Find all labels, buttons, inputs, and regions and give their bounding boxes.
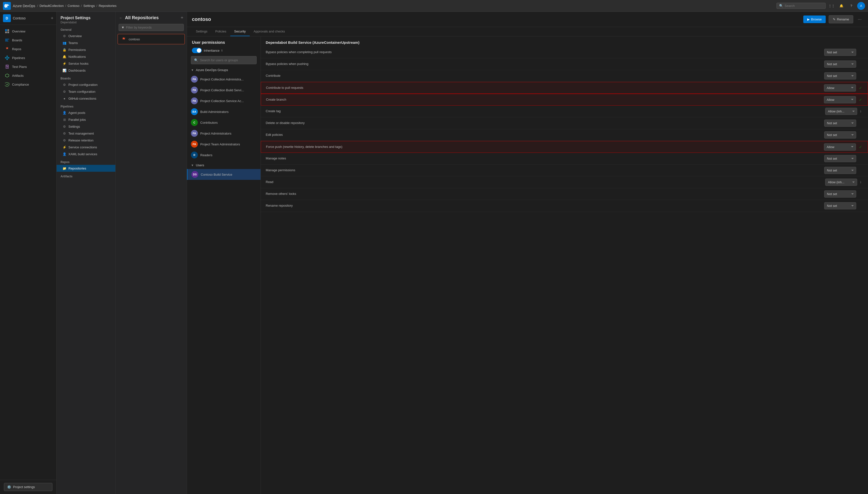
group-item-pa[interactable]: PA Project Administrators: [187, 128, 261, 139]
perm-select-read[interactable]: Allow (inh...Not setAllowDeny: [825, 178, 857, 186]
svg-point-8: [7, 56, 7, 57]
perm-check-delete-repo: [858, 121, 863, 126]
perm-select-force-push[interactable]: AllowNot setDeny: [824, 144, 856, 151]
sidebar-item-dashboards[interactable]: 📊 Dashboards: [57, 67, 115, 74]
more-options-button[interactable]: ⋯: [856, 16, 863, 23]
nav-item-boards[interactable]: Boards: [0, 36, 56, 44]
section-label-repos: Repos: [57, 157, 115, 165]
nav-item-compliance[interactable]: Compliance: [0, 80, 56, 89]
sidebar-item-parallel-jobs[interactable]: ⊞ Parallel jobs: [57, 116, 115, 123]
group-item-contributors[interactable]: C Contributors: [187, 117, 261, 128]
search-users-icon: 🔍: [194, 58, 198, 62]
breadcrumb-project[interactable]: Contoso: [67, 4, 79, 7]
add-repo-button[interactable]: +: [180, 15, 183, 20]
pa-name: Project Administrators: [200, 132, 257, 135]
search-users-input[interactable]: [200, 58, 253, 62]
azure-devops-groups-header[interactable]: ▼ Azure DevOps Groups: [187, 66, 261, 74]
org-name[interactable]: Contoso: [13, 16, 49, 20]
sidebar-item-release-retention[interactable]: ⚙ Release retention: [57, 137, 115, 144]
filter-text-input[interactable]: [126, 25, 181, 29]
group-item-pta[interactable]: PA Project Team Administrators: [187, 139, 261, 150]
group-item-pca[interactable]: PA Project Collection Administra...: [187, 74, 261, 84]
repo-title: contoso: [192, 17, 801, 22]
team-config-icon: ⚙: [62, 90, 66, 94]
sidebar-item-service-hooks[interactable]: ⚡ Service hooks: [57, 60, 115, 67]
group-item-pcbs[interactable]: PA Project Collection Build Servi...: [187, 84, 261, 95]
azure-devops-logo[interactable]: [3, 2, 11, 10]
breadcrumb-collection[interactable]: DefaultCollection: [40, 4, 64, 7]
project-config-icon: ⚙: [62, 83, 66, 87]
nav-item-overview[interactable]: Overview: [0, 27, 56, 36]
group-item-pcsa[interactable]: PA Project Collection Service Ac...: [187, 95, 261, 106]
breadcrumb-repositories[interactable]: Repositories: [99, 4, 116, 7]
nav-item-artifacts[interactable]: Artifacts: [0, 71, 56, 80]
sidebar-item-test-management[interactable]: ⚙ Test management: [57, 130, 115, 137]
browse-button[interactable]: ▶ Browse: [803, 16, 826, 23]
group-item-ba[interactable]: BA Build Administrators: [187, 106, 261, 117]
tab-settings[interactable]: Settings: [192, 27, 211, 36]
sidebar-item-project-config[interactable]: ⚙ Project configuration: [57, 81, 115, 88]
cbs-name: Contoso Build Service: [201, 173, 251, 176]
back-button[interactable]: ←: [119, 16, 123, 20]
nav-item-pipelines[interactable]: Pipelines: [0, 53, 56, 62]
global-search[interactable]: 🔍: [776, 3, 826, 9]
nav-item-repos[interactable]: Repos: [0, 44, 56, 53]
sidebar-item-service-connections[interactable]: ⚡ Service connections: [57, 144, 115, 151]
help-icon[interactable]: ?: [847, 2, 855, 10]
perm-select-delete-repo[interactable]: Not setAllowDeny: [824, 119, 856, 127]
sidebar-item-settings[interactable]: ⚙ Settings: [57, 123, 115, 130]
tab-approvals[interactable]: Approvals and checks: [250, 27, 289, 36]
perm-select-create-tag[interactable]: Allow (inh...Not setAllowDeny: [825, 108, 857, 115]
nav-item-testplans[interactable]: Test Plans: [0, 62, 56, 71]
perm-label-manage-perms: Manage permissions: [266, 168, 824, 172]
perm-row-rename-repo: Rename repository Not setAllowDeny: [261, 200, 868, 212]
search-icon: 🔍: [779, 4, 783, 7]
repo-item-contoso[interactable]: contoso: [118, 34, 185, 44]
teams-icon: 👥: [62, 41, 66, 45]
filter-input[interactable]: ▼: [119, 24, 184, 31]
sidebar-item-permissions[interactable]: 🔒 Permissions: [57, 46, 115, 53]
perm-select-bypass-pr[interactable]: Not setAllowDeny: [824, 49, 856, 56]
sidebar-item-agent-pools[interactable]: 👤 Agent pools: [57, 109, 115, 116]
org-avatar: D: [3, 14, 11, 22]
pcbs-avatar: PA: [191, 87, 198, 94]
rename-button[interactable]: ✎ Rename: [829, 15, 853, 23]
sidebar-item-github-connections[interactable]: ● GitHub connections: [57, 95, 115, 102]
perm-select-manage-perms[interactable]: Not setAllowDeny: [824, 167, 856, 174]
sidebar-item-teams[interactable]: 👥 Teams: [57, 39, 115, 46]
svg-point-15: [6, 66, 7, 66]
sidebar-item-notifications[interactable]: 🔔 Notifications: [57, 53, 115, 60]
sidebar-item-repositories[interactable]: 📁 Repositories: [57, 165, 115, 172]
perm-select-bypass-push[interactable]: Not setAllowDeny: [824, 60, 856, 68]
group-item-readers[interactable]: R Readers: [187, 150, 261, 160]
sidebar-item-xaml-build[interactable]: 👤 XAML build services: [57, 151, 115, 157]
add-org-icon[interactable]: +: [51, 16, 53, 21]
breadcrumb-settings[interactable]: Settings: [83, 4, 95, 7]
perm-select-rename-repo[interactable]: Not setAllowDeny: [824, 202, 856, 209]
tab-security[interactable]: Security: [230, 27, 250, 36]
sidebar-item-overview[interactable]: ⚙ Overview: [57, 33, 115, 39]
perm-select-contribute[interactable]: Not setAllowDeny: [824, 72, 856, 79]
svg-rect-1: [7, 29, 9, 31]
bell-icon[interactable]: 🔔: [837, 2, 845, 10]
search-users-box[interactable]: 🔍: [191, 56, 257, 64]
tab-policies[interactable]: Policies: [211, 27, 230, 36]
search-input[interactable]: [785, 4, 823, 7]
grid-icon[interactable]: ⋮⋮: [828, 2, 835, 10]
user-item-cbs[interactable]: DS Contoso Build Service 🗑: [187, 169, 261, 180]
inheritance-info-icon[interactable]: ℹ: [221, 49, 223, 52]
perm-select-contribute-pr[interactable]: AllowNot setDeny: [824, 84, 856, 92]
user-avatar[interactable]: A: [857, 2, 865, 10]
users-section-header[interactable]: ▼ Users: [187, 162, 261, 169]
project-settings-button[interactable]: ⚙️ Project settings: [4, 483, 52, 491]
pca-name: Project Collection Administra...: [200, 77, 257, 81]
svg-point-7: [5, 57, 6, 58]
svg-rect-2: [5, 32, 7, 33]
perm-select-edit-policies[interactable]: Not setAllowDeny: [824, 131, 856, 138]
perm-select-manage-notes[interactable]: Not setAllowDeny: [824, 155, 856, 162]
inheritance-toggle[interactable]: [192, 48, 202, 53]
sidebar-item-team-config[interactable]: ⚙ Team configuration: [57, 88, 115, 95]
perm-select-remove-locks[interactable]: Not setAllowDeny: [824, 190, 856, 197]
perm-label-contribute-pr: Contribute to pull requests: [266, 86, 824, 90]
perm-select-create-branch[interactable]: AllowNot setDeny: [824, 96, 856, 103]
